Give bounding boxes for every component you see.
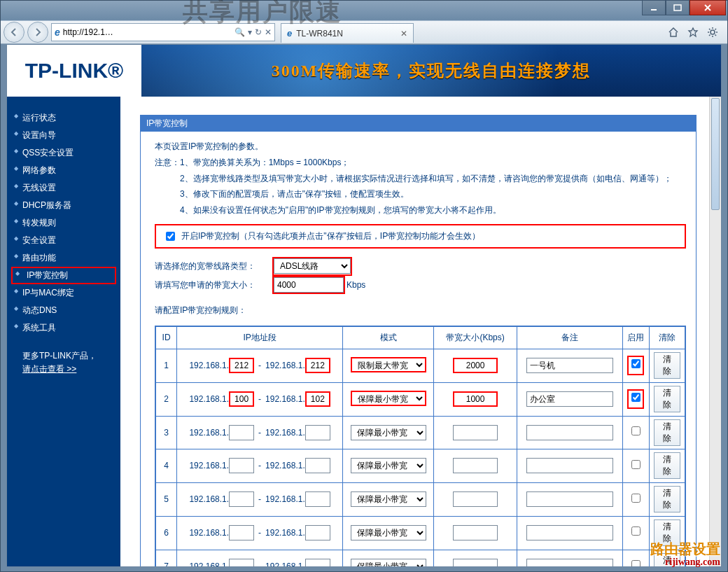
ip-from-input[interactable] bbox=[229, 391, 254, 407]
enable-checkbox[interactable] bbox=[631, 494, 640, 503]
arrow-right-icon bbox=[33, 27, 43, 37]
sidebar-item-2[interactable]: QSS安全设置 bbox=[7, 144, 120, 162]
forward-button[interactable] bbox=[27, 22, 48, 43]
back-button[interactable] bbox=[4, 22, 24, 43]
ip-from-input[interactable] bbox=[229, 491, 254, 507]
enable-checkbox[interactable] bbox=[631, 359, 640, 368]
clear-button[interactable]: 清除 bbox=[654, 486, 680, 512]
sidebar-item-8[interactable]: 路由功能 bbox=[7, 249, 120, 267]
clear-button[interactable]: 清除 bbox=[654, 452, 680, 479]
mode-select[interactable]: 保障最小带宽 bbox=[351, 559, 426, 566]
line-type-select[interactable]: ADSL线路 bbox=[274, 258, 351, 274]
rule-row-1: 1192.168.1.-192.168.1.限制最大带宽清除 bbox=[156, 349, 685, 382]
note-line-2: 2、选择宽带线路类型及填写带宽大小时，请根据实际情况进行选择和填写，如不清楚，请… bbox=[180, 171, 686, 187]
bw-input[interactable] bbox=[453, 425, 498, 440]
favorites-icon[interactable] bbox=[685, 25, 701, 40]
ip-from-input[interactable] bbox=[229, 358, 254, 373]
browser-tool-icons bbox=[666, 25, 720, 40]
bandwidth-input[interactable] bbox=[274, 277, 344, 293]
col-clear: 清除 bbox=[650, 327, 685, 349]
rule-enable bbox=[622, 516, 650, 550]
bw-input[interactable] bbox=[453, 559, 498, 566]
vertical-scrollbar[interactable] bbox=[709, 97, 721, 566]
note-input[interactable] bbox=[526, 525, 613, 540]
notes-label: 注意： bbox=[155, 155, 180, 218]
clear-button[interactable]: 清除 bbox=[654, 352, 680, 379]
mode-select[interactable]: 保障最小带宽 bbox=[351, 458, 426, 473]
mode-select[interactable]: 保障最小带宽 bbox=[351, 425, 426, 440]
sidebar-item-10[interactable]: IP与MAC绑定 bbox=[7, 284, 120, 302]
scrollbar-thumb[interactable] bbox=[711, 98, 720, 210]
clear-button[interactable]: 清除 bbox=[654, 386, 680, 412]
bw-input[interactable] bbox=[453, 458, 498, 473]
enable-checkbox[interactable] bbox=[631, 426, 640, 435]
rule-bw bbox=[434, 516, 517, 550]
sidebar-item-5[interactable]: DHCP服务器 bbox=[7, 197, 120, 214]
sidebar-item-1[interactable]: 设置向导 bbox=[7, 127, 120, 144]
note-input[interactable] bbox=[526, 559, 613, 566]
main-wrap: IP带宽控制 本页设置IP带宽控制的参数。 注意： 1、带宽的换算关系为：1Mb… bbox=[120, 97, 721, 566]
sidebar-item-3[interactable]: 网络参数 bbox=[7, 162, 120, 179]
rule-mode: 限制最大带宽 bbox=[343, 349, 434, 382]
rule-note bbox=[517, 550, 622, 566]
brand-slogan: 300M传输速率，实现无线自由连接梦想 bbox=[141, 45, 721, 97]
note-line-1: 1、带宽的换算关系为：1Mbps = 1000Kbps； bbox=[180, 155, 686, 171]
search-icon[interactable]: 🔍 bbox=[234, 27, 245, 37]
note-input[interactable] bbox=[526, 358, 613, 373]
window-maximize-button[interactable] bbox=[666, 0, 690, 15]
address-dropdown-icon[interactable]: ▾ bbox=[248, 27, 252, 37]
enable-checkbox[interactable] bbox=[631, 460, 640, 469]
rule-ip-range: 192.168.1.-192.168.1. bbox=[177, 416, 343, 449]
ip-to-input[interactable] bbox=[305, 391, 330, 407]
note-input[interactable] bbox=[526, 391, 613, 407]
enable-checkbox[interactable] bbox=[631, 526, 640, 536]
note-input[interactable] bbox=[526, 458, 613, 473]
ip-to-input[interactable] bbox=[305, 525, 330, 540]
bw-input[interactable] bbox=[453, 391, 498, 407]
mode-select[interactable]: 保障最小带宽 bbox=[351, 391, 426, 406]
notes-block: 注意： 1、带宽的换算关系为：1Mbps = 1000Kbps；2、选择宽带线路… bbox=[155, 155, 686, 218]
mode-select[interactable]: 限制最大带宽 bbox=[351, 357, 426, 372]
panel-title: IP带宽控制 bbox=[141, 116, 696, 132]
home-icon[interactable] bbox=[666, 25, 681, 40]
refresh-icon[interactable]: ↻ bbox=[255, 27, 262, 37]
bw-input[interactable] bbox=[453, 525, 498, 540]
rule-ip-range: 192.168.1.-192.168.1. bbox=[177, 516, 343, 550]
note-input[interactable] bbox=[526, 425, 613, 440]
sidebar-item-11[interactable]: 动态DNS bbox=[7, 302, 120, 319]
sidebar-item-6[interactable]: 转发规则 bbox=[7, 214, 120, 232]
tab-close-icon[interactable]: ✕ bbox=[400, 29, 407, 39]
bw-input[interactable] bbox=[453, 491, 498, 507]
ip-from-input[interactable] bbox=[229, 559, 254, 566]
window-minimize-button[interactable] bbox=[642, 0, 666, 15]
tools-gear-icon[interactable] bbox=[705, 25, 720, 40]
ip-to-input[interactable] bbox=[305, 491, 330, 507]
enable-checkbox[interactable] bbox=[631, 560, 640, 566]
notes-list: 1、带宽的换算关系为：1Mbps = 1000Kbps；2、选择宽带线路类型及填… bbox=[180, 155, 686, 218]
sidebar-more-link[interactable]: 请点击查看 >> bbox=[22, 364, 76, 374]
window-close-button[interactable] bbox=[690, 0, 726, 15]
rule-note bbox=[517, 483, 622, 517]
sidebar-item-4[interactable]: 无线设置 bbox=[7, 179, 120, 197]
enable-checkbox[interactable] bbox=[631, 393, 640, 402]
ip-to-input[interactable] bbox=[305, 559, 330, 566]
mode-select[interactable]: 保障最小带宽 bbox=[351, 491, 426, 507]
bw-input[interactable] bbox=[453, 358, 498, 373]
sidebar-item-0[interactable]: 运行状态 bbox=[7, 109, 120, 127]
sidebar-item-12[interactable]: 系统工具 bbox=[7, 319, 120, 337]
stop-icon[interactable]: ✕ bbox=[265, 27, 272, 37]
enable-checkbox[interactable] bbox=[166, 232, 175, 241]
tab-tlwr841n[interactable]: e TL-WR841N ✕ bbox=[281, 23, 414, 43]
sidebar-item-9[interactable]: IP带宽控制 bbox=[11, 267, 116, 284]
clear-button[interactable]: 清除 bbox=[654, 419, 680, 446]
ip-from-input[interactable] bbox=[229, 525, 254, 540]
ip-to-input[interactable] bbox=[305, 425, 330, 440]
note-input[interactable] bbox=[526, 491, 613, 507]
mode-select[interactable]: 保障最小带宽 bbox=[351, 525, 426, 540]
ip-from-input[interactable] bbox=[229, 425, 254, 440]
ip-to-input[interactable] bbox=[305, 458, 330, 473]
address-bar[interactable]: e http://192.1… 🔍 ▾ ↻ ✕ bbox=[51, 23, 275, 41]
ip-to-input[interactable] bbox=[305, 358, 330, 373]
sidebar-item-7[interactable]: 安全设置 bbox=[7, 232, 120, 249]
ip-from-input[interactable] bbox=[229, 458, 254, 473]
